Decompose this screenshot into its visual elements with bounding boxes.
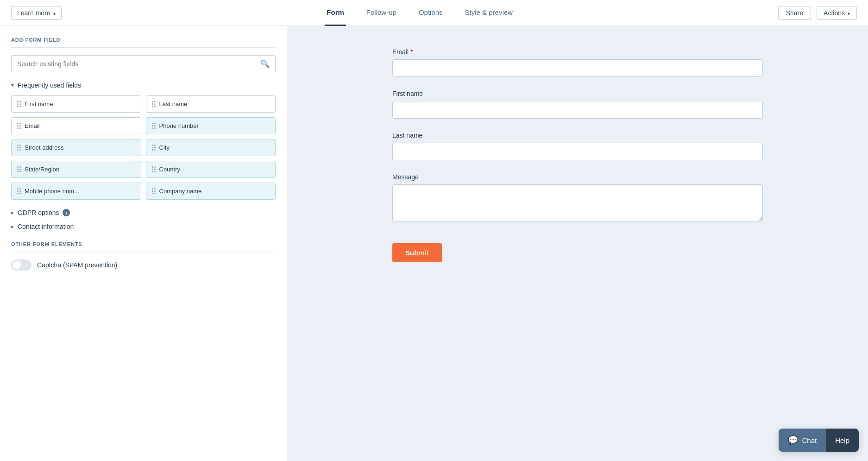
field-chip-mobile-phone[interactable]: Mobile phone num...	[11, 183, 141, 200]
contact-info-header[interactable]: ▸ Contact information	[11, 223, 276, 230]
tab-form[interactable]: Form	[325, 0, 346, 26]
learn-more-button[interactable]: Learn more	[11, 6, 62, 20]
drag-handle-company-name	[152, 188, 156, 194]
drag-handle-email	[17, 123, 21, 129]
captcha-toggle[interactable]	[11, 259, 31, 271]
field-label-street-address: Street address	[25, 144, 64, 151]
gdpr-chevron-icon: ▸	[11, 209, 14, 216]
form-label-last-name: Last name	[392, 132, 763, 139]
actions-button[interactable]: Actions	[817, 6, 857, 20]
search-icon[interactable]: 🔍	[260, 59, 270, 68]
top-bar-left: Learn more	[11, 6, 62, 20]
search-input[interactable]	[17, 60, 260, 68]
field-chip-city[interactable]: City	[146, 139, 276, 156]
other-form-elements-title: OTHER FORM ELEMENTS	[11, 241, 276, 252]
field-label-city: City	[159, 144, 170, 151]
tab-style-preview[interactable]: Style & preview	[463, 0, 515, 26]
gdpr-header[interactable]: ▸ GDPR options i	[11, 209, 276, 216]
drag-handle-state-region	[17, 166, 21, 172]
form-field-last-name: Last name	[392, 132, 763, 160]
captcha-row: Captcha (SPAM prevention)	[11, 259, 276, 271]
form-field-email: Email *	[392, 48, 763, 77]
contact-info-label: Contact information	[18, 223, 74, 230]
form-preview: Email * First name Last name Message	[392, 48, 763, 262]
help-label: Help	[835, 436, 849, 444]
field-label-email: Email	[25, 122, 40, 129]
tab-followup[interactable]: Follow-up	[365, 0, 398, 26]
top-bar-tabs: Form Follow-up Options Style & preview	[325, 0, 515, 26]
captcha-label: Captcha (SPAM prevention)	[37, 261, 117, 269]
field-chip-last-name[interactable]: Last name	[146, 95, 276, 113]
frequently-used-label: Frequently used fields	[18, 82, 81, 89]
form-input-email[interactable]	[392, 59, 763, 77]
drag-handle-city	[152, 145, 156, 151]
drag-handle-street-address	[17, 145, 21, 151]
form-field-first-name: First name	[392, 90, 763, 119]
right-panel: Email * First name Last name Message	[287, 26, 868, 461]
other-form-elements-section: OTHER FORM ELEMENTS Captcha (SPAM preven…	[11, 241, 276, 271]
frequently-used-chevron-icon: ▾	[11, 82, 14, 88]
field-chip-first-name[interactable]: First name	[11, 95, 141, 113]
learn-more-label: Learn more	[17, 9, 50, 17]
field-chip-street-address[interactable]: Street address	[11, 139, 141, 156]
drag-handle-mobile-phone	[17, 188, 21, 194]
fields-grid: First name Last name Email Phone number	[11, 95, 276, 200]
chat-label: Chat	[802, 436, 817, 444]
field-label-phone-number: Phone number	[159, 122, 199, 129]
top-bar: Learn more Form Follow-up Options Style …	[0, 0, 868, 26]
contact-info-chevron-icon: ▸	[11, 223, 14, 230]
field-label-mobile-phone: Mobile phone num...	[25, 188, 79, 195]
actions-label: Actions	[824, 9, 845, 17]
form-input-last-name[interactable]	[392, 143, 763, 160]
add-form-field-title: ADD FORM FIELD	[11, 37, 276, 48]
share-button[interactable]: Share	[778, 6, 811, 20]
field-label-company-name: Company name	[159, 188, 202, 195]
drag-handle-phone-number	[152, 123, 156, 129]
form-label-email: Email *	[392, 48, 763, 56]
drag-handle-first-name	[17, 101, 21, 107]
chat-icon: 💬	[788, 435, 798, 445]
tab-options[interactable]: Options	[417, 0, 445, 26]
gdpr-info-icon[interactable]: i	[63, 209, 70, 216]
form-field-message: Message	[392, 173, 763, 223]
field-label-country: Country	[159, 166, 181, 173]
field-chip-phone-number[interactable]: Phone number	[146, 117, 276, 134]
field-chip-company-name[interactable]: Company name	[146, 183, 276, 200]
learn-more-chevron-icon	[53, 9, 56, 17]
top-bar-right: Share Actions	[778, 6, 857, 20]
gdpr-label: GDPR options	[18, 209, 59, 216]
help-button[interactable]: Help	[826, 429, 859, 452]
chat-button[interactable]: 💬 Chat	[779, 429, 826, 452]
field-chip-state-region[interactable]: State/Region	[11, 161, 141, 178]
actions-chevron-icon	[848, 9, 850, 17]
required-indicator-email: *	[410, 48, 413, 56]
search-box: 🔍	[11, 55, 276, 72]
drag-handle-last-name	[152, 101, 156, 107]
form-label-first-name: First name	[392, 90, 763, 97]
left-panel: ADD FORM FIELD 🔍 ▾ Frequently used field…	[0, 26, 287, 461]
main-layout: ADD FORM FIELD 🔍 ▾ Frequently used field…	[0, 26, 868, 461]
field-chip-country[interactable]: Country	[146, 161, 276, 178]
field-chip-email[interactable]: Email	[11, 117, 141, 134]
form-input-first-name[interactable]	[392, 101, 763, 119]
field-label-state-region: State/Region	[25, 166, 59, 173]
chat-widget: 💬 Chat Help	[779, 429, 859, 452]
form-label-message: Message	[392, 173, 763, 181]
frequently-used-header[interactable]: ▾ Frequently used fields	[11, 82, 276, 89]
form-textarea-message[interactable]	[392, 184, 763, 221]
field-label-first-name: First name	[25, 101, 53, 107]
submit-button[interactable]: Submit	[392, 243, 442, 262]
drag-handle-country	[152, 166, 156, 172]
field-label-last-name: Last name	[159, 101, 188, 107]
